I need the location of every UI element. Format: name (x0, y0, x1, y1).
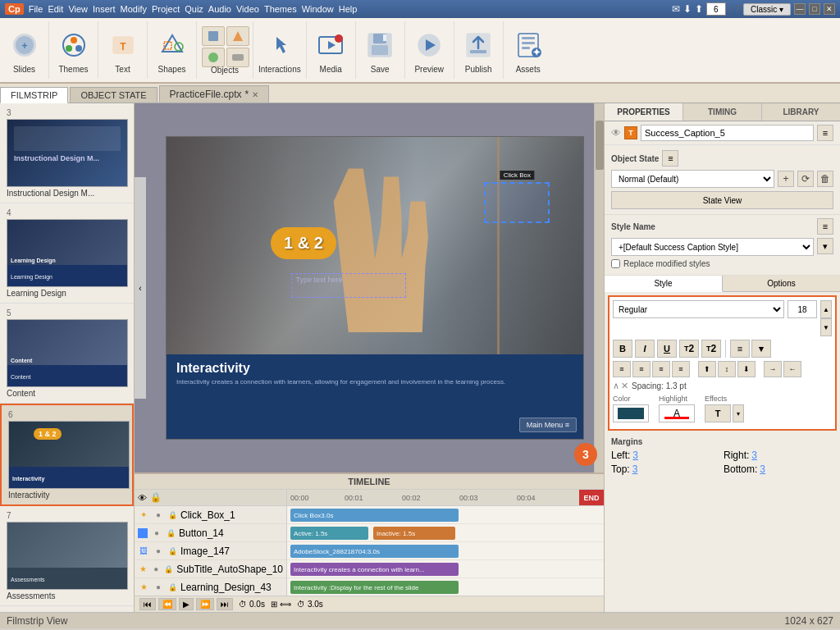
effects-arrow-btn[interactable]: ▾ (733, 404, 744, 422)
track-lock-3[interactable]: 🔒 (167, 547, 177, 555)
track-block-image[interactable]: AdobeStock_288218704:3.0s (290, 545, 459, 558)
text-dir-rl-btn[interactable]: ← (783, 361, 801, 377)
playback-end-button[interactable]: ⏭ (217, 598, 233, 610)
object-btn-4[interactable] (226, 48, 249, 67)
object-btn-1[interactable] (202, 26, 225, 46)
track-vis-2[interactable]: ● (151, 528, 162, 537)
align-right-btn[interactable]: ≡ (652, 361, 670, 377)
track-label-image[interactable]: 🖼 ● 🔒 Image_147 (135, 542, 286, 560)
track-label-button[interactable]: ● 🔒 Button_14 (135, 524, 286, 542)
italic-button[interactable]: I (635, 340, 655, 358)
style-down-btn[interactable]: ▾ (817, 238, 833, 254)
track-lock-4[interactable]: 🔒 (164, 565, 173, 573)
state-select[interactable]: Normal (Default) (611, 170, 774, 188)
file-tab[interactable]: PracticeFile.cptx * ✕ (159, 85, 270, 103)
audio-menu-title[interactable]: Audio (208, 4, 231, 14)
help-menu-title[interactable]: Help (339, 4, 358, 14)
classic-button[interactable]: Classic ▾ (743, 3, 791, 16)
view-menu-title[interactable]: View (68, 4, 88, 14)
slide-item-4[interactable]: 4 Learning Design Learning Design Learni… (0, 203, 134, 304)
click-box-overlay[interactable]: Click Box (484, 182, 550, 223)
margin-bottom-value[interactable]: 3 (760, 463, 765, 475)
list-button[interactable]: ≡ (730, 340, 750, 358)
maximize-button[interactable]: □ (809, 3, 820, 15)
filmstrip-tab[interactable]: FILMSTRIP (0, 87, 68, 103)
playback-play-button[interactable]: ▶ (179, 598, 194, 610)
playback-back-button[interactable]: ⏪ (158, 598, 176, 610)
track-block-subtitle[interactable]: Interactivity creates a connection with … (290, 563, 459, 576)
state-options-btn[interactable]: ≡ (662, 150, 678, 167)
track-vis-5[interactable]: ● (153, 582, 164, 591)
properties-tab[interactable]: PROPERTIES (605, 103, 683, 121)
main-menu-button[interactable]: Main Menu ≡ (519, 418, 577, 432)
underline-button[interactable]: U (657, 340, 677, 358)
slides-button[interactable]: + (7, 27, 43, 63)
valign-mid-btn[interactable]: ↕ (718, 361, 736, 377)
close-button[interactable]: ✕ (824, 3, 835, 15)
fit-icon[interactable]: ⟺ (280, 600, 291, 609)
upload-icon[interactable]: ⬆ (695, 3, 703, 15)
playback-begin-button[interactable]: ⏮ (139, 598, 156, 610)
media-button[interactable] (313, 27, 349, 63)
options-format-tab[interactable]: Options (723, 276, 840, 291)
insert-menu-title[interactable]: Insert (93, 4, 116, 14)
state-delete-btn[interactable]: 🗑 (817, 171, 833, 187)
font-size-input[interactable] (788, 300, 817, 318)
library-tab[interactable]: LIBRARY (762, 103, 840, 121)
track-vis-1[interactable]: ● (153, 510, 164, 519)
font-family-select[interactable]: Regular (613, 300, 784, 318)
font-size-down-btn[interactable]: ▼ (820, 318, 832, 336)
modify-menu-title[interactable]: Modify (121, 4, 147, 14)
style-options-btn[interactable]: ≡ (817, 218, 833, 235)
themes-button[interactable] (56, 27, 92, 63)
state-add-btn[interactable]: + (778, 171, 794, 187)
edit-menu-title[interactable]: Edit (48, 4, 63, 14)
slide-item-5[interactable]: 5 Content Content Content (0, 304, 134, 404)
margin-right-value[interactable]: 3 (751, 450, 757, 461)
text-dir-lr-btn[interactable]: → (764, 361, 782, 377)
object-options-btn[interactable]: ≡ (817, 125, 833, 141)
preview-button[interactable] (411, 27, 447, 63)
text-button[interactable]: T (105, 27, 141, 63)
track-block-learning[interactable]: Interactivity :Display for the rest of t… (290, 581, 459, 594)
timing-tab[interactable]: TIMING (683, 103, 762, 121)
margin-left-value[interactable]: 3 (632, 450, 638, 461)
track-vis-4[interactable]: ● (151, 564, 161, 573)
align-justify-btn[interactable]: ≡ (672, 361, 690, 377)
assets-button[interactable]: ✦ (510, 27, 546, 63)
replace-check-input[interactable] (611, 259, 620, 268)
eye-header-icon[interactable]: 👁 (138, 493, 147, 503)
object-btn-2[interactable] (226, 26, 249, 46)
vertical-scrollbar[interactable] (594, 103, 604, 472)
save-button[interactable] (362, 27, 398, 63)
quiz-menu-title[interactable]: Quiz (185, 4, 203, 14)
eye-icon[interactable]: 👁 (611, 127, 621, 139)
scroll-left[interactable]: ‹ (135, 177, 146, 399)
shapes-button[interactable] (154, 27, 190, 63)
publish-button[interactable] (460, 27, 496, 63)
track-block-clickbox[interactable]: Click Box3.0s (290, 509, 459, 522)
valign-bot-btn[interactable]: ⬇ (737, 361, 756, 377)
superscript-button[interactable]: T2 (679, 340, 699, 358)
subscript-button[interactable]: T2 (701, 340, 721, 358)
minimize-button[interactable]: — (794, 3, 806, 15)
track-block-button-active[interactable]: Active: 1.5s (290, 527, 368, 540)
object-name-input[interactable] (641, 125, 814, 141)
state-view-button[interactable]: State View (611, 191, 833, 209)
download-icon[interactable]: ⬇ (683, 3, 692, 15)
expand-icon[interactable]: ⊞ (271, 600, 277, 609)
style-name-select[interactable]: +[Default Success Caption Style] (611, 238, 814, 256)
valign-top-btn[interactable]: ⬆ (698, 361, 716, 377)
slide-item-7[interactable]: 7 Assessments Assessments (0, 506, 134, 606)
track-label-subtitle[interactable]: ★ ● 🔒 SubTitle_AutoShape_10 (135, 560, 286, 578)
file-menu[interactable]: File (29, 4, 43, 14)
track-vis-3[interactable]: ● (153, 546, 164, 555)
file-tab-close[interactable]: ✕ (252, 90, 258, 99)
track-lock-5[interactable]: 🔒 (167, 583, 177, 591)
track-block-button-inactive[interactable]: Inactive: 1.5s (373, 527, 455, 540)
slide-item-3[interactable]: 3 Instructional Design M... Instructiona… (0, 103, 134, 203)
track-label-clickbox[interactable]: ✦ ● 🔒 Click_Box_1 (135, 506, 286, 524)
align-left-btn[interactable]: ≡ (613, 361, 631, 377)
font-size-up-btn[interactable]: ▲ (820, 300, 832, 318)
themes-menu-title[interactable]: Themes (264, 4, 297, 14)
